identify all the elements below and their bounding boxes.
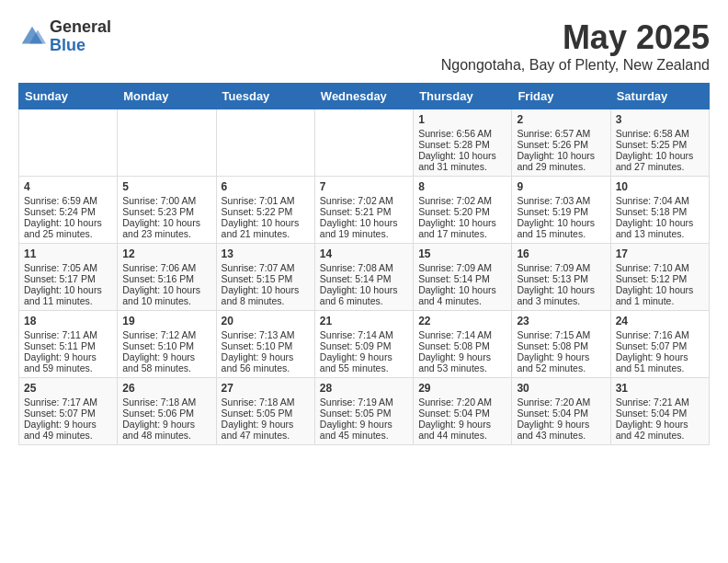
day-number: 2 [517,113,605,126]
day-number: 16 [517,247,605,260]
day-cell: 6Sunrise: 7:01 AMSunset: 5:22 PMDaylight… [216,177,314,244]
logo-blue-text: Blue [50,37,111,55]
day-info-line: Sunset: 5:09 PM [320,340,408,351]
week-row-2: 11Sunrise: 7:05 AMSunset: 5:17 PMDayligh… [19,244,710,311]
day-number: 27 [222,382,310,395]
day-number: 4 [24,180,112,193]
day-number: 5 [122,180,210,193]
day-info-line: Sunset: 5:08 PM [517,340,605,351]
day-info-line: Daylight: 10 hours [418,217,506,228]
day-number: 29 [418,382,506,395]
day-number: 10 [616,180,704,193]
day-info-line: Sunset: 5:11 PM [24,340,112,351]
day-info-line: Sunrise: 7:16 AM [616,329,704,340]
day-number: 14 [320,247,408,260]
day-info-line: Sunrise: 7:19 AM [320,396,408,408]
day-info-line: Sunset: 5:21 PM [320,206,408,217]
day-info-line: Sunrise: 6:58 AM [616,128,704,139]
day-info-line: Sunset: 5:10 PM [122,340,210,351]
day-info-line: Sunrise: 7:01 AM [222,195,310,206]
day-info-line: and 51 minutes. [616,362,704,373]
day-info-line: Daylight: 10 hours [517,150,605,161]
day-info-line: and 49 minutes. [24,430,112,441]
day-info-line: Sunset: 5:14 PM [418,273,506,284]
header: General Blue May 2025 Ngongotaha, Bay of… [18,18,710,74]
day-cell: 12Sunrise: 7:06 AMSunset: 5:16 PMDayligh… [118,244,216,311]
day-number: 19 [122,315,210,327]
day-info-line: Sunrise: 7:10 AM [616,262,704,273]
day-info-line: Sunset: 5:15 PM [222,273,310,284]
day-info-line: and 4 minutes. [418,295,506,306]
day-info-line: Sunset: 5:04 PM [418,408,506,419]
day-info-line: Sunrise: 7:04 AM [616,195,704,206]
day-info-line: and 1 minute. [616,295,704,306]
day-cell: 27Sunrise: 7:18 AMSunset: 5:05 PMDayligh… [216,378,314,445]
day-cell: 20Sunrise: 7:13 AMSunset: 5:10 PMDayligh… [216,311,314,378]
day-info-line: Sunrise: 7:02 AM [418,195,506,206]
day-number: 7 [320,180,408,193]
logo-text: General Blue [50,18,111,55]
day-info-line: and 58 minutes. [122,362,210,373]
day-info-line: Daylight: 9 hours [616,419,704,430]
day-info-line: Sunrise: 7:18 AM [122,396,210,408]
day-info-line: and 23 minutes. [122,228,210,239]
day-info-line: Daylight: 10 hours [222,217,310,228]
day-info-line: Daylight: 10 hours [222,284,310,295]
day-info-line: Sunset: 5:05 PM [222,408,310,419]
day-info-line: Sunrise: 7:12 AM [122,329,210,340]
day-info-line: Daylight: 9 hours [122,419,210,430]
day-cell: 17Sunrise: 7:10 AMSunset: 5:12 PMDayligh… [610,244,709,311]
day-info-line: Sunset: 5:14 PM [320,273,408,284]
day-info-line: Sunrise: 7:14 AM [418,329,506,340]
day-info-line: and 27 minutes. [616,161,704,172]
day-info-line: Sunset: 5:13 PM [517,273,605,284]
day-info-line: Daylight: 10 hours [122,217,210,228]
calendar-body: 1Sunrise: 6:56 AMSunset: 5:28 PMDaylight… [19,109,710,445]
day-info-line: Sunrise: 7:20 AM [418,396,506,408]
day-info-line: Sunrise: 6:56 AM [418,128,506,139]
day-number: 6 [222,180,310,193]
day-info-line: Sunset: 5:06 PM [122,408,210,419]
day-cell: 18Sunrise: 7:11 AMSunset: 5:11 PMDayligh… [19,311,118,378]
header-cell-friday: Friday [512,84,610,109]
day-cell: 8Sunrise: 7:02 AMSunset: 5:20 PMDaylight… [414,177,512,244]
day-info-line: Sunset: 5:24 PM [24,206,112,217]
day-cell: 25Sunrise: 7:17 AMSunset: 5:07 PMDayligh… [19,378,118,445]
day-number: 15 [418,247,506,260]
day-cell: 19Sunrise: 7:12 AMSunset: 5:10 PMDayligh… [118,311,216,378]
day-info-line: and 44 minutes. [418,430,506,441]
day-info-line: Sunset: 5:22 PM [222,206,310,217]
day-info-line: Sunset: 5:26 PM [517,139,605,150]
week-row-3: 18Sunrise: 7:11 AMSunset: 5:11 PMDayligh… [19,311,710,378]
day-info-line: Sunset: 5:04 PM [517,408,605,419]
day-cell: 22Sunrise: 7:14 AMSunset: 5:08 PMDayligh… [414,311,512,378]
day-cell: 16Sunrise: 7:09 AMSunset: 5:13 PMDayligh… [512,244,610,311]
day-info-line: Sunset: 5:28 PM [418,139,506,150]
day-info-line: and 10 minutes. [122,295,210,306]
day-cell: 21Sunrise: 7:14 AMSunset: 5:09 PMDayligh… [314,311,413,378]
day-number: 23 [517,315,605,327]
day-info-line: Daylight: 9 hours [24,351,112,362]
day-cell [314,109,413,177]
header-cell-saturday: Saturday [610,84,709,109]
day-cell: 3Sunrise: 6:58 AMSunset: 5:25 PMDaylight… [610,109,709,177]
day-info-line: and 56 minutes. [222,362,310,373]
day-number: 31 [616,382,704,395]
day-info-line: Daylight: 9 hours [320,351,408,362]
day-info-line: Sunset: 5:04 PM [616,408,704,419]
day-info-line: and 8 minutes. [222,295,310,306]
day-info-line: Daylight: 9 hours [616,351,704,362]
day-info-line: Daylight: 10 hours [517,284,605,295]
day-info-line: Sunset: 5:18 PM [616,206,704,217]
day-cell: 15Sunrise: 7:09 AMSunset: 5:14 PMDayligh… [414,244,512,311]
day-info-line: and 21 minutes. [222,228,310,239]
header-cell-thursday: Thursday [414,84,512,109]
day-info-line: Sunrise: 7:09 AM [418,262,506,273]
week-row-1: 4Sunrise: 6:59 AMSunset: 5:24 PMDaylight… [19,177,710,244]
day-info-line: Sunrise: 7:08 AM [320,262,408,273]
day-info-line: and 13 minutes. [616,228,704,239]
day-info-line: Sunrise: 7:07 AM [222,262,310,273]
day-info-line: Daylight: 9 hours [517,351,605,362]
day-cell: 29Sunrise: 7:20 AMSunset: 5:04 PMDayligh… [414,378,512,445]
day-info-line: and 19 minutes. [320,228,408,239]
